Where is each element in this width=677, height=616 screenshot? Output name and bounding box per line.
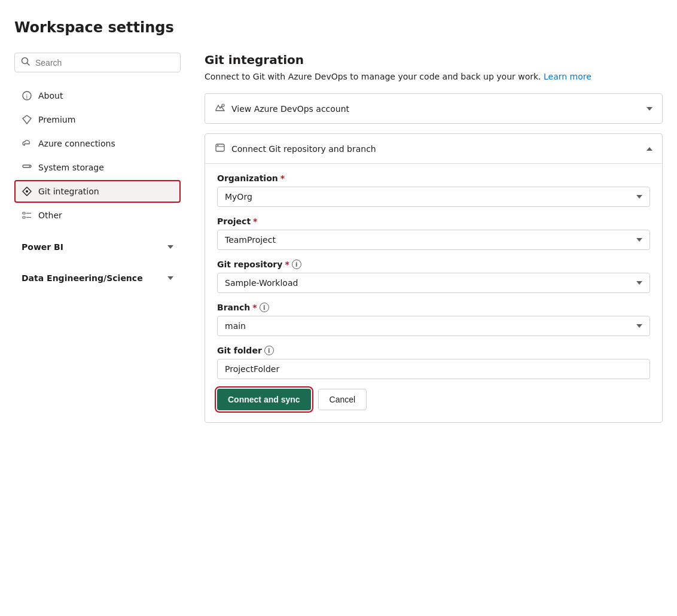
main-content: Git integration Connect to Git with Azur… xyxy=(188,53,663,432)
git-integration-title: Git integration xyxy=(205,53,663,67)
chevron-down-icon xyxy=(167,245,173,249)
view-azure-card-label: View Azure DevOps account xyxy=(231,104,349,114)
nav-system-storage[interactable]: System storage xyxy=(14,156,181,179)
project-value: TeamProject xyxy=(225,235,276,245)
project-chevron-icon xyxy=(636,238,642,242)
view-azure-card-header[interactable]: View Azure DevOps account xyxy=(205,94,662,123)
branch-info-icon[interactable]: i xyxy=(260,303,269,312)
svg-point-13 xyxy=(222,104,224,106)
project-required-star: * xyxy=(253,216,257,226)
branch-chevron-icon xyxy=(636,324,642,328)
project-select[interactable]: TeamProject xyxy=(217,230,650,250)
svg-marker-4 xyxy=(23,115,31,124)
nav-azure-connections[interactable]: Azure connections xyxy=(14,132,181,155)
git-repository-chevron-icon xyxy=(636,281,642,285)
project-field-group: Project * TeamProject xyxy=(217,216,650,250)
azure-devops-icon xyxy=(215,102,225,115)
main-layout: i About Premium Azur xyxy=(14,53,663,432)
nav-premium[interactable]: Premium xyxy=(14,108,181,131)
git-repository-field-group: Git repository * i Sample-Workload xyxy=(217,260,650,293)
search-icon xyxy=(21,57,31,68)
git-folder-info-icon[interactable]: i xyxy=(264,346,274,355)
organization-select[interactable]: MyOrg xyxy=(217,187,650,207)
nav-section-power-bi: Power BI xyxy=(14,236,181,258)
git-repository-info-icon[interactable]: i xyxy=(292,260,301,269)
git-repository-required-star: * xyxy=(285,260,289,269)
branch-field-group: Branch * i main xyxy=(217,303,650,336)
organization-label: Organization * xyxy=(217,173,650,183)
organization-required-star: * xyxy=(280,173,285,183)
action-buttons: Connect and sync Cancel xyxy=(217,389,650,410)
svg-text:i: i xyxy=(26,93,28,100)
svg-point-6 xyxy=(29,166,31,167)
chevron-down-icon-2 xyxy=(167,276,173,280)
nav-about[interactable]: i About xyxy=(14,84,181,107)
branch-select[interactable]: main xyxy=(217,316,650,336)
git-icon xyxy=(22,186,32,197)
nav-section-data-engineering-header[interactable]: Data Engineering/Science xyxy=(14,267,181,289)
git-folder-field-group: Git folder i xyxy=(217,346,650,379)
svg-rect-11 xyxy=(23,216,25,218)
nav-section-data-engineering: Data Engineering/Science xyxy=(14,267,181,289)
svg-rect-16 xyxy=(217,145,219,147)
branch-label: Branch * i xyxy=(217,303,650,312)
diamond-icon xyxy=(22,114,32,125)
workspace-settings-page: Workspace settings i xyxy=(0,0,677,616)
search-box[interactable] xyxy=(14,53,181,72)
nav-premium-label: Premium xyxy=(38,115,75,124)
git-folder-input[interactable] xyxy=(217,359,650,379)
nav-section-data-engineering-label: Data Engineering/Science xyxy=(22,273,143,283)
nav-about-label: About xyxy=(38,91,63,100)
learn-more-link[interactable]: Learn more xyxy=(544,72,591,81)
git-repository-label: Git repository * i xyxy=(217,260,650,269)
nav-other-label: Other xyxy=(38,211,62,220)
git-repository-select[interactable]: Sample-Workload xyxy=(217,273,650,293)
page-title: Workspace settings xyxy=(14,19,663,36)
svg-point-8 xyxy=(26,190,28,193)
organization-field-group: Organization * MyOrg xyxy=(217,173,650,207)
list-icon xyxy=(22,210,32,221)
connect-git-card-body: Organization * MyOrg Project * xyxy=(205,163,662,422)
view-azure-chevron-icon xyxy=(646,107,652,111)
connect-git-card-header[interactable]: Connect Git repository and branch xyxy=(205,134,662,163)
branch-value: main xyxy=(225,321,246,331)
sidebar: i About Premium Azur xyxy=(14,53,188,432)
git-repository-value: Sample-Workload xyxy=(225,278,298,288)
nav-azure-connections-label: Azure connections xyxy=(38,139,115,148)
branch-required-star: * xyxy=(252,303,257,312)
git-integration-desc-text: Connect to Git with Azure DevOps to mana… xyxy=(205,72,541,81)
cancel-button[interactable]: Cancel xyxy=(318,389,367,410)
organization-chevron-icon xyxy=(636,195,642,199)
project-label: Project * xyxy=(217,216,650,226)
nav-system-storage-label: System storage xyxy=(38,163,104,172)
svg-rect-9 xyxy=(23,212,25,214)
svg-line-1 xyxy=(28,63,30,66)
nav-section-power-bi-header[interactable]: Power BI xyxy=(14,236,181,258)
git-integration-desc: Connect to Git with Azure DevOps to mana… xyxy=(205,72,663,81)
storage-icon xyxy=(22,162,32,173)
connect-git-card: Connect Git repository and branch Organi… xyxy=(205,133,663,423)
organization-value: MyOrg xyxy=(225,192,252,202)
nav-git-integration[interactable]: Git integration xyxy=(14,180,181,203)
view-azure-card: View Azure DevOps account xyxy=(205,93,663,124)
cloud-icon xyxy=(22,138,32,149)
nav-git-integration-label: Git integration xyxy=(38,187,99,196)
search-input[interactable] xyxy=(35,58,174,68)
nav-other[interactable]: Other xyxy=(14,204,181,227)
nav-section-power-bi-label: Power BI xyxy=(22,242,63,252)
connect-git-card-label: Connect Git repository and branch xyxy=(231,144,376,154)
git-repo-icon xyxy=(215,142,225,155)
git-folder-label: Git folder i xyxy=(217,346,650,355)
connect-git-chevron-icon xyxy=(646,147,652,151)
connect-and-sync-button[interactable]: Connect and sync xyxy=(217,389,311,410)
info-icon: i xyxy=(22,90,32,101)
